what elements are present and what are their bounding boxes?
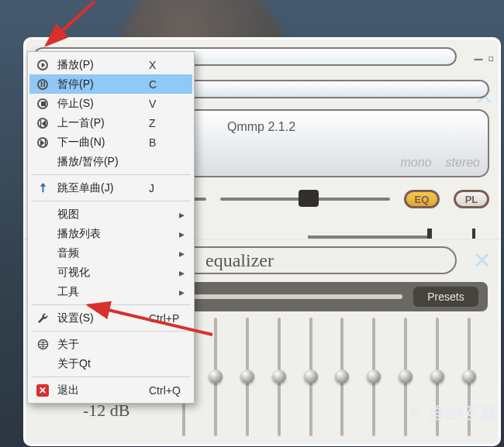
- next-icon: [36, 136, 50, 150]
- menu-item-wrench[interactable]: 设置(S)Ctrl+P: [29, 308, 192, 328]
- menu-item-shortcut: V: [149, 98, 185, 110]
- menu-item-jump[interactable]: 跳至单曲(J)J: [29, 178, 192, 198]
- menu-item-13[interactable]: 工具▸: [29, 282, 192, 301]
- equalizer-close-icon[interactable]: ✕: [473, 248, 491, 273]
- menu-item-label: 暂停(P): [57, 77, 133, 91]
- blank-icon: [36, 155, 50, 169]
- menu-item-shortcut: Z: [149, 117, 185, 129]
- play-icon: [36, 58, 50, 72]
- globe-icon: [36, 338, 50, 352]
- submenu-arrow-icon: ▸: [179, 286, 185, 298]
- pl-toggle-button[interactable]: PL: [454, 190, 489, 208]
- menu-item-10[interactable]: 播放列表▸: [29, 224, 192, 243]
- eq-band-slider-5[interactable]: [330, 318, 356, 436]
- balance-slider[interactable]: [220, 191, 390, 207]
- shade-button[interactable]: ▫: [488, 49, 494, 69]
- menu-item-label: 视图: [57, 208, 171, 222]
- menu-item-label: 播放/暂停(P): [57, 155, 133, 169]
- menu-item-exit[interactable]: ✕退出Ctrl+Q: [29, 380, 192, 400]
- menu-item-pause[interactable]: 暂停(P)C: [29, 74, 192, 94]
- menu-item-label: 可视化: [57, 266, 171, 280]
- menu-item-label: 设置(S): [57, 311, 133, 325]
- menu-item-next[interactable]: 下一曲(N)B: [29, 132, 192, 152]
- svg-rect-0: [41, 81, 43, 87]
- menu-item-18[interactable]: 关于Qt: [29, 354, 192, 373]
- menu-item-11[interactable]: 音频▸: [29, 243, 192, 263]
- eq-toggle-button[interactable]: EQ: [404, 190, 440, 208]
- eq-band-slider-2[interactable]: [235, 318, 261, 436]
- menu-item-label: 退出: [57, 383, 133, 397]
- menu-item-shortcut: B: [149, 136, 185, 149]
- submenu-arrow-icon: ▸: [179, 228, 185, 240]
- exit-icon: ✕: [36, 383, 50, 397]
- menu-separator: [31, 377, 191, 377]
- menu-item-play[interactable]: 播放(P)X: [29, 55, 192, 74]
- eq-band-slider-6[interactable]: [361, 318, 388, 436]
- menu-item-label: 关于: [57, 338, 133, 352]
- menu-item-label: 停止(S): [57, 97, 133, 111]
- context-menu[interactable]: 播放(P)X暂停(P)C停止(S)V上一首(P)Z下一曲(N)B播放/暂停(P)…: [27, 51, 195, 404]
- prev-icon: [36, 116, 50, 130]
- stop-icon: [36, 97, 50, 111]
- menu-item-prev[interactable]: 上一首(P)Z: [29, 113, 192, 132]
- menu-item-label: 下一曲(N): [57, 136, 133, 150]
- stereo-label: stereo: [446, 156, 480, 170]
- menu-item-shortcut: J: [149, 182, 185, 194]
- menu-item-shortcut: Ctrl+P: [149, 312, 185, 325]
- menu-item-shortcut: C: [149, 78, 185, 91]
- blank-icon: [36, 285, 50, 299]
- eq-band-slider-3[interactable]: [267, 318, 293, 436]
- menu-separator: [31, 331, 191, 332]
- wrench-icon: [36, 311, 50, 325]
- presets-button[interactable]: Presets: [413, 287, 478, 307]
- menu-item-label: 音频: [57, 246, 171, 260]
- blank-icon: [36, 246, 50, 260]
- blank-icon: [36, 227, 50, 241]
- pause-icon: [36, 77, 50, 91]
- svg-rect-1: [43, 81, 45, 87]
- blank-icon: [36, 357, 50, 371]
- menu-item-label: 跳至单曲(J): [57, 181, 133, 195]
- version-label: Qmmp 2.1.2: [227, 120, 295, 134]
- menu-item-5[interactable]: 播放/暂停(P): [29, 152, 192, 171]
- eq-band-slider-1[interactable]: [203, 318, 230, 436]
- submenu-arrow-icon: ▸: [179, 208, 185, 221]
- mono-label: mono: [401, 156, 432, 170]
- menu-separator: [31, 304, 191, 305]
- menu-item-shortcut: X: [149, 59, 185, 71]
- menu-item-label: 上一首(P): [57, 116, 133, 130]
- menu-item-stop[interactable]: 停止(S)V: [29, 94, 192, 113]
- menu-separator: [31, 174, 191, 175]
- blank-icon: [36, 208, 50, 222]
- blank-icon: [36, 266, 50, 280]
- submenu-arrow-icon: ▸: [179, 266, 185, 279]
- menu-item-globe[interactable]: 关于: [29, 335, 192, 354]
- submenu-arrow-icon: ▸: [179, 247, 185, 260]
- watermark: ✕ 自由互联: [406, 402, 498, 425]
- minimize-button[interactable]: –: [474, 49, 483, 69]
- menu-item-label: 播放列表: [57, 227, 171, 241]
- menu-item-label: 工具: [57, 285, 171, 299]
- eq-band-slider-4[interactable]: [299, 318, 325, 436]
- menu-item-label: 关于Qt: [57, 357, 133, 371]
- menu-item-12[interactable]: 可视化▸: [29, 263, 192, 282]
- menu-item-shortcut: Ctrl+Q: [149, 384, 185, 397]
- jump-icon: [36, 181, 50, 195]
- menu-separator: [31, 201, 191, 201]
- menu-item-label: 播放(P): [57, 58, 133, 72]
- menu-item-9[interactable]: 视图▸: [29, 205, 192, 224]
